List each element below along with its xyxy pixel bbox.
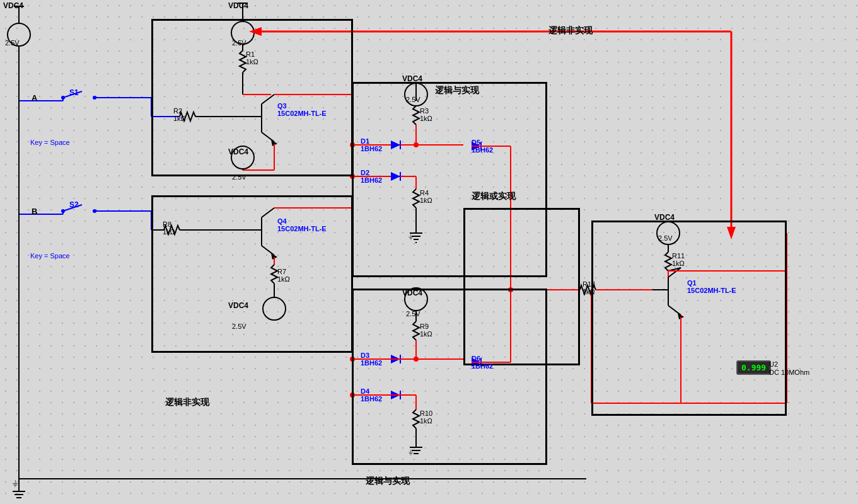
ground-and-top: ⏚ bbox=[409, 232, 413, 241]
q3-label: Q315C02MH-TL-E bbox=[277, 102, 327, 117]
vdc-and-top-voltage: 2.5V bbox=[406, 96, 420, 103]
r1-label: R11kΩ bbox=[246, 50, 258, 66]
schematic: VDC4 2.5V VDC4 2.5V R11kΩ R21kΩ Q315C02M… bbox=[0, 0, 858, 504]
s1-label: S1 bbox=[69, 88, 79, 97]
vdc-box2-label: VDC4 bbox=[228, 301, 248, 310]
r3-label: R31kΩ bbox=[420, 107, 432, 122]
q4-label: Q415C02MH-TL-E bbox=[277, 217, 327, 232]
r13-label: R131kΩ bbox=[583, 280, 595, 295]
ground-and-bot: ⏚ bbox=[409, 447, 413, 456]
vdc-r1-voltage: 2.5V bbox=[232, 39, 246, 47]
s1-key-label: Key = Space bbox=[30, 139, 70, 146]
box-logic-not-final bbox=[591, 220, 787, 416]
vdc-box1-bottom-label: VDC4 bbox=[228, 147, 248, 156]
d1-label: D11BH62 bbox=[361, 137, 382, 152]
a-label: A bbox=[32, 93, 37, 103]
vdc-r1-label: VDC4 bbox=[228, 1, 248, 10]
logic-not-right-label: 逻辑非实现 bbox=[548, 25, 593, 37]
d3-label: D31BH62 bbox=[361, 352, 382, 367]
svg-point-39 bbox=[93, 209, 96, 213]
logic-and-top-label: 逻辑与实现 bbox=[435, 85, 479, 96]
r9-label: R91kΩ bbox=[420, 323, 432, 338]
vdc-box1-bottom-voltage: 2.5V bbox=[232, 173, 246, 181]
vdc-and-top-label: VDC4 bbox=[402, 74, 422, 83]
logic-not-label: 逻辑非实现 bbox=[165, 397, 209, 408]
r8-label: R81kΩ bbox=[163, 220, 175, 236]
r2-label: R21kΩ bbox=[173, 107, 186, 122]
q1-label: Q115C02MH-TL-E bbox=[687, 279, 736, 294]
r7-label: R71kΩ bbox=[277, 268, 290, 283]
svg-point-31 bbox=[93, 96, 96, 100]
r11-label: R111kΩ bbox=[672, 252, 685, 267]
d6-label: D61BH62 bbox=[472, 355, 493, 370]
voltmeter-value: 0.999 bbox=[741, 363, 766, 372]
vdc-not-final-label: VDC4 bbox=[654, 213, 675, 222]
vdc-topleft-voltage: 2.5V bbox=[5, 39, 20, 47]
d2-label: D21BH62 bbox=[361, 169, 382, 184]
logic-and-bot-label: 逻辑与实现 bbox=[366, 476, 410, 487]
voltmeter: 0.999 bbox=[736, 360, 771, 375]
s2-label: S2 bbox=[69, 200, 79, 209]
r10-label: R101kΩ bbox=[420, 410, 432, 425]
r4-label: R41kΩ bbox=[420, 189, 432, 204]
ground-symbol-bottom: ⏚ bbox=[13, 478, 18, 488]
d5-label: D51BH62 bbox=[472, 139, 493, 154]
d4-label: D41BH62 bbox=[361, 387, 382, 403]
box-logic-not-1 bbox=[151, 19, 353, 176]
svg-point-30 bbox=[61, 96, 65, 100]
vdc-and-bot-label: VDC4 bbox=[402, 289, 422, 297]
u2-label: U2 bbox=[769, 360, 778, 368]
vdc-not-final-voltage: 2.5V bbox=[658, 234, 673, 242]
vdc-box2-voltage: 2.5V bbox=[232, 323, 246, 330]
b-label: B bbox=[32, 207, 37, 216]
vdc-and-bot-voltage: 2.5V bbox=[406, 310, 420, 318]
s2-key-label: Key = Space bbox=[30, 252, 70, 260]
svg-point-38 bbox=[61, 209, 65, 213]
box-logic-or bbox=[463, 208, 580, 365]
dc-label: DC 10MOhm bbox=[769, 369, 809, 376]
vdc-topleft-label: VDC4 bbox=[3, 1, 23, 10]
logic-or-label: 逻辑或实现 bbox=[472, 191, 516, 202]
